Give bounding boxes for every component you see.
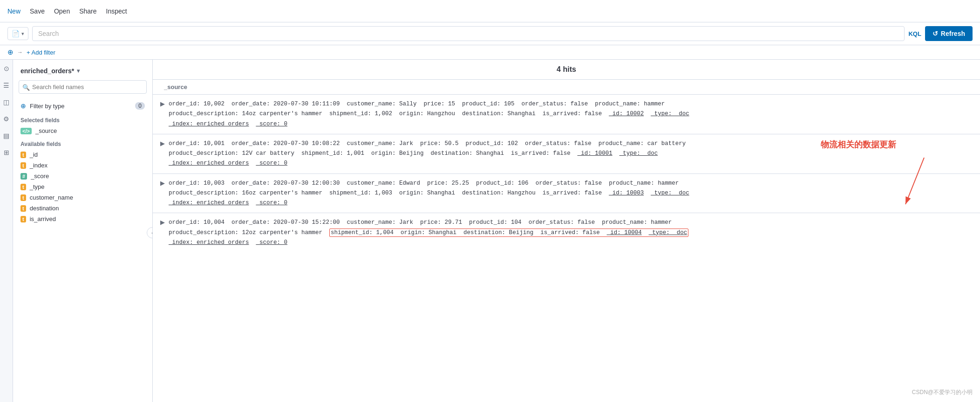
- hits-label-text: hits: [563, 65, 576, 73]
- index-field-name: _index: [30, 162, 48, 169]
- strip-icon-6[interactable]: ⊞: [1, 147, 12, 158]
- type-field-name: _type: [30, 183, 45, 190]
- strip-icon-5[interactable]: ▤: [1, 131, 12, 141]
- nav-save[interactable]: Save: [30, 6, 45, 17]
- source-type-icon: </>: [20, 128, 32, 134]
- filter-by-type-label: Filter by type: [30, 103, 64, 110]
- score-type-icon: #: [20, 173, 27, 180]
- strip-icon-2[interactable]: ☰: [1, 80, 12, 90]
- sidebar-collapse-button[interactable]: ‹: [147, 227, 153, 238]
- is-arrived-field-name: is_arrived: [30, 215, 56, 222]
- search-bar: 📄 ▾ Search KQL ↺ Refresh: [0, 22, 980, 45]
- field-item-score[interactable]: # _score: [13, 171, 152, 181]
- nav-open[interactable]: Open: [54, 6, 70, 17]
- filter-by-type-row[interactable]: ⊕ Filter by type 0: [13, 99, 152, 112]
- hits-count: 4: [557, 65, 561, 73]
- nav-inspect[interactable]: Inspect: [106, 6, 127, 17]
- available-fields-section-label: Available fields: [13, 136, 152, 149]
- nav-new[interactable]: New: [7, 6, 20, 17]
- type-type-icon: t: [20, 184, 26, 190]
- filter-count-badge: 0: [135, 102, 145, 110]
- destination-field-name: destination: [30, 205, 59, 212]
- search-input-container[interactable]: Search: [32, 26, 905, 41]
- score-field-name: _score: [31, 173, 49, 180]
- customer-name-type-icon: t: [20, 194, 26, 201]
- search-placeholder: Search: [38, 30, 59, 37]
- refresh-icon: ↺: [932, 30, 938, 37]
- doc-row-3: ▶ order_id: 10,003 order_date: 2020-07-3…: [153, 174, 980, 214]
- watermark: CSDN@不爱学习的小明: [909, 388, 975, 397]
- customer-name-field-name: customer_name: [30, 194, 73, 201]
- filter-bar: ⊕ → + Add filter: [0, 45, 980, 60]
- highlighted-shipment: shipment_id: 1,004 origin: Shanghai dest…: [329, 229, 688, 237]
- selected-fields-section-label: Selected fields: [13, 112, 152, 125]
- doc-row-4: ▶ order_id: 10,004 order_date: 2020-07-3…: [153, 213, 980, 252]
- refresh-label: Refresh: [941, 30, 965, 37]
- source-field-name: _source: [35, 127, 57, 134]
- dropdown-chevron-icon: ▾: [21, 31, 24, 37]
- add-filter-button[interactable]: + Add filter: [27, 49, 55, 56]
- expand-icon-1[interactable]: ▶: [160, 100, 165, 107]
- field-item-customer-name[interactable]: t customer_name: [13, 192, 152, 203]
- index-chevron-icon: ▾: [77, 68, 80, 74]
- top-nav: New Save Open Share Inspect: [0, 0, 980, 22]
- nav-menu: New Save Open Share Inspect: [7, 6, 138, 17]
- index-name: enriched_orders*: [20, 67, 74, 75]
- source-col-label: _source: [164, 83, 187, 90]
- main-layout: ⊙ ☰ ◫ ⚙ ▤ ⊞ ‹ enriched_orders* ▾ 🔍 ⊕ Fil…: [0, 60, 980, 402]
- field-item-id[interactable]: t _id: [13, 149, 152, 160]
- strip-icon-1[interactable]: ⊙: [1, 63, 12, 74]
- annotation-text: 物流相关的数据更新: [821, 139, 896, 150]
- filter-icon: ⊕: [7, 48, 14, 56]
- field-item-is-arrived[interactable]: t is_arrived: [13, 214, 152, 224]
- kql-label[interactable]: KQL: [908, 30, 921, 37]
- field-item-index[interactable]: t _index: [13, 160, 152, 171]
- field-item-type[interactable]: t _type: [13, 181, 152, 192]
- expand-icon-2[interactable]: ▶: [160, 140, 165, 147]
- sidebar: ‹ enriched_orders* ▾ 🔍 ⊕ Filter by type …: [13, 60, 153, 402]
- is-arrived-type-icon: t: [20, 216, 26, 222]
- field-item-source[interactable]: </> _source: [13, 125, 152, 136]
- arrow-right-icon: →: [17, 49, 23, 55]
- doc-type-selector[interactable]: 📄 ▾: [7, 27, 28, 40]
- doc-content-4: order_id: 10,004 order_date: 2020-07-30 …: [169, 218, 973, 248]
- index-type-icon: t: [20, 162, 26, 169]
- field-item-destination[interactable]: t destination: [13, 203, 152, 214]
- expand-icon-4[interactable]: ▶: [160, 219, 165, 226]
- search-icon: 🔍: [22, 83, 30, 90]
- strip-icon-4[interactable]: ⚙: [1, 114, 12, 124]
- content-area: 4 hits _source ▶ order_id: 10,002 order_…: [153, 60, 980, 402]
- id-field-name: _id: [30, 151, 38, 158]
- index-selector[interactable]: enriched_orders* ▾: [13, 65, 152, 80]
- filter-type-icon: ⊕: [20, 102, 26, 110]
- hits-header: 4 hits: [153, 60, 980, 80]
- doc-row: ▶ order_id: 10,002 order_date: 2020-07-3…: [153, 95, 980, 134]
- doc-icon: 📄: [12, 30, 20, 37]
- search-field-wrapper: 🔍: [19, 80, 147, 94]
- refresh-button[interactable]: ↺ Refresh: [925, 26, 973, 41]
- strip-icon-3[interactable]: ◫: [1, 97, 12, 107]
- expand-icon-3[interactable]: ▶: [160, 180, 165, 187]
- doc-content-1: order_id: 10,002 order_date: 2020-07-30 …: [169, 99, 973, 129]
- doc-content-3: order_id: 10,003 order_date: 2020-07-30 …: [169, 179, 973, 208]
- nav-share[interactable]: Share: [79, 6, 96, 17]
- id-type-icon: t: [20, 152, 26, 158]
- left-icon-strip: ⊙ ☰ ◫ ⚙ ▤ ⊞: [0, 60, 13, 402]
- destination-type-icon: t: [20, 205, 26, 212]
- source-column-header: _source: [153, 80, 980, 95]
- search-field-input[interactable]: [19, 80, 147, 94]
- doc-row-2: ▶ order_id: 10,001 order_date: 2020-07-3…: [153, 134, 980, 174]
